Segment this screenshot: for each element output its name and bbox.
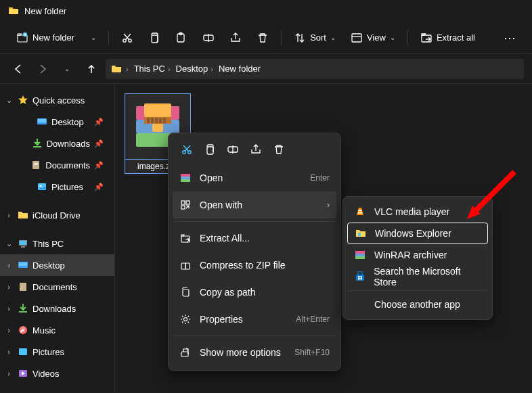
sidebar-item-label: Downloads — [47, 139, 90, 149]
separator — [349, 290, 487, 291]
scissors-icon — [121, 32, 133, 44]
breadcrumb[interactable]: New folder — [217, 64, 262, 74]
extract-all-button[interactable]: Extract all — [414, 28, 482, 48]
delete-button[interactable] — [250, 28, 275, 48]
svg-rect-41 — [207, 147, 213, 154]
chevron-right-icon: › — [4, 348, 14, 356]
star-icon — [18, 95, 28, 106]
ctx-properties[interactable]: Properties Alt+Enter — [173, 306, 336, 333]
copy-button[interactable] — [200, 140, 220, 159]
copy-button[interactable] — [141, 28, 167, 48]
back-button[interactable] — [8, 59, 28, 79]
sidebar-item-documents[interactable]: Documents 📌 — [0, 154, 114, 176]
view-button[interactable]: View ⌄ — [344, 28, 402, 48]
recent-button[interactable]: ⌄ — [57, 59, 77, 79]
submenu-item-windows-explorer[interactable]: Windows Explorer — [347, 223, 488, 244]
ctx-more-options[interactable]: Show more options Shift+F10 — [173, 339, 336, 366]
svg-rect-19 — [20, 241, 26, 245]
svg-rect-64 — [360, 278, 362, 280]
ctx-label: Open — [200, 172, 223, 183]
svg-rect-48 — [181, 206, 185, 209]
chevron-right-icon: › — [4, 304, 14, 313]
documents-icon — [30, 160, 41, 170]
svg-rect-45 — [181, 179, 190, 182]
sidebar-item-label: Pictures — [51, 182, 83, 192]
paste-button[interactable] — [169, 28, 194, 48]
sort-button[interactable]: Sort ⌄ — [287, 28, 342, 48]
forward-button[interactable] — [32, 59, 53, 79]
sidebar-item-desktop[interactable]: Desktop 📌 — [0, 111, 114, 133]
svg-rect-46 — [181, 201, 185, 204]
sidebar-item-label: Documents — [45, 160, 90, 170]
submenu-item-choose-app[interactable]: Choose another app — [347, 294, 488, 315]
sidebar-item-label: Quick access — [32, 95, 85, 106]
winrar-icon — [179, 172, 192, 184]
more-button[interactable]: ⋯ — [498, 30, 523, 45]
chevron-down-icon: ⌄ — [330, 34, 336, 41]
sidebar-item-videos[interactable]: › Videos — [0, 363, 114, 384]
sidebar-item-desktop-pc[interactable]: › Desktop — [0, 254, 114, 276]
download-icon — [32, 138, 43, 149]
submenu-item-vlc[interactable]: VLC media player — [347, 201, 488, 223]
sidebar-item-music[interactable]: › Music — [0, 319, 114, 341]
extract-icon — [179, 232, 192, 244]
sidebar-item-this-pc[interactable]: ⌄ This PC — [0, 233, 114, 254]
separator — [174, 336, 335, 336]
share-button[interactable] — [246, 140, 266, 159]
share-button[interactable] — [223, 28, 248, 48]
ctx-open[interactable]: Open Enter — [173, 164, 336, 191]
rename-button[interactable] — [223, 140, 243, 159]
address-bar[interactable]: › This PC › Desktop › New folder — [106, 59, 524, 79]
sidebar-item-label: Documents — [32, 282, 77, 292]
rename-button[interactable] — [196, 28, 221, 48]
sidebar-item-documents-pc[interactable]: › Documents — [0, 276, 114, 298]
svg-rect-53 — [181, 352, 188, 356]
submenu-label: WinRAR archiver — [374, 250, 447, 260]
ctx-open-with[interactable]: Open with › — [173, 191, 336, 218]
folder-icon — [18, 210, 28, 221]
sidebar-item-quick-access[interactable]: ⌄ Quick access — [0, 89, 114, 111]
ctx-compress[interactable]: Compress to ZIP file — [173, 252, 336, 279]
submenu-item-winrar[interactable]: WinRAR archiver — [347, 244, 488, 266]
breadcrumb[interactable]: This PC › — [133, 64, 172, 74]
ctx-label: Open with — [200, 200, 242, 210]
svg-rect-57 — [355, 251, 365, 254]
sidebar-item-label: iCloud Drive — [32, 210, 81, 221]
ctx-extract-all[interactable]: Extract All... — [173, 225, 336, 252]
new-icon — [16, 32, 28, 44]
sidebar-item-downloads[interactable]: Downloads 📌 — [0, 133, 114, 154]
new-button[interactable]: New folder ⌄ — [9, 28, 103, 48]
delete-button[interactable] — [269, 140, 289, 159]
pin-icon: 📌 — [94, 183, 104, 191]
share-icon — [229, 32, 242, 44]
sidebar-item-pictures-pc[interactable]: › Pictures — [0, 341, 114, 363]
svg-rect-51 — [183, 290, 189, 296]
chevron-right-icon: › — [4, 261, 14, 269]
pin-icon: 📌 — [94, 161, 104, 170]
sidebar-item-label: This PC — [32, 239, 64, 249]
sidebar-item-downloads-pc[interactable]: › Downloads — [0, 298, 114, 319]
paste-icon — [175, 32, 187, 44]
sidebar-item-label: Pictures — [32, 347, 64, 357]
svg-rect-44 — [181, 177, 190, 179]
sidebar-item-label: Desktop — [51, 117, 84, 127]
videos-icon — [18, 368, 28, 379]
rename-icon — [202, 32, 215, 44]
up-button[interactable] — [81, 59, 102, 79]
pin-icon: 📌 — [94, 118, 104, 126]
folder-icon — [8, 5, 19, 16]
breadcrumb[interactable]: Desktop › — [175, 64, 215, 74]
svg-rect-8 — [352, 34, 361, 42]
cut-button[interactable] — [177, 140, 197, 159]
svg-rect-38 — [152, 124, 163, 132]
cut-button[interactable] — [114, 28, 140, 48]
download-icon — [18, 303, 28, 314]
extract-label: Extract all — [437, 32, 475, 43]
svg-rect-62 — [360, 276, 362, 278]
svg-rect-36 — [159, 118, 162, 123]
submenu-item-ms-store[interactable]: Search the Microsoft Store — [347, 266, 488, 287]
ctx-copy-path[interactable]: Copy as path — [173, 279, 336, 306]
pictures-icon — [37, 181, 47, 192]
sidebar-item-pictures[interactable]: Pictures 📌 — [0, 176, 114, 198]
sidebar-item-icloud[interactable]: › iCloud Drive — [0, 204, 114, 226]
